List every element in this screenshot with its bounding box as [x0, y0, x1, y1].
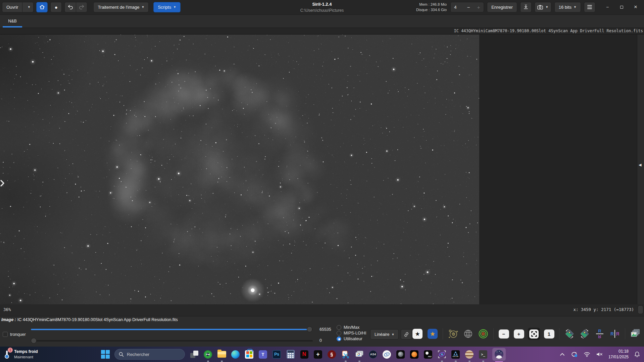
edge-icon: [231, 350, 240, 359]
search-input[interactable]: [127, 352, 177, 357]
scripts-menu-button[interactable]: Scripts ▼: [153, 2, 181, 12]
taskbar-teams[interactable]: T: [258, 350, 267, 359]
undo-button[interactable]: [64, 2, 76, 12]
taskbar-remote-screens[interactable]: [355, 350, 364, 359]
tray-date: 17/01/2025: [608, 354, 629, 360]
running-indicator: [482, 361, 484, 362]
rotate-cw-button[interactable]: [579, 328, 591, 340]
sync-icon[interactable]: [571, 351, 578, 358]
open-dropdown-button[interactable]: ▼: [22, 2, 34, 12]
home-button[interactable]: [36, 2, 48, 12]
task-view-button[interactable]: [190, 350, 199, 359]
working-directory: C:\Users\chuuu\Pictures: [300, 8, 344, 13]
taskbar-winjupos[interactable]: [465, 350, 474, 359]
image-processing-menu-button[interactable]: Traitement de l'image ▼: [93, 2, 149, 12]
slider-track: [31, 340, 313, 342]
taskbar-calculator[interactable]: [286, 350, 295, 359]
maximize-button[interactable]: [615, 2, 628, 12]
taskbar-phd2[interactable]: §: [327, 350, 336, 359]
thread-count-spinner[interactable]: 4 − +: [450, 2, 484, 12]
truncate-checkbox[interactable]: tronquer: [3, 332, 26, 337]
record-button[interactable]: ●: [50, 2, 62, 12]
running-indicator: [207, 361, 209, 362]
taskbar-sun-app[interactable]: [410, 350, 419, 359]
radio-mips[interactable]: MIPS-LO/HI: [337, 331, 366, 335]
taskbar-photoshop[interactable]: Ps: [272, 350, 281, 359]
taskbar-astro-logo[interactable]: [382, 350, 391, 359]
toolbar-separator: [493, 328, 494, 340]
radio-minmax[interactable]: Min/Max: [337, 325, 366, 330]
flip-vertical-button[interactable]: R R: [594, 328, 606, 340]
taskbar-search[interactable]: [114, 349, 185, 360]
tray-expand-icon[interactable]: [560, 353, 565, 356]
chevron-down-icon: ▼: [173, 5, 176, 9]
link-channels-button[interactable]: [401, 329, 412, 340]
panel-grip[interactable]: [638, 305, 643, 314]
spinner-increment-button[interactable]: +: [474, 4, 484, 10]
rotate-ccw-button[interactable]: [563, 328, 576, 340]
jupiter-icon: [465, 350, 474, 359]
stretch-mode-dropdown[interactable]: Linéaire ▼: [370, 329, 399, 340]
zoom-in-button[interactable]: +: [513, 328, 525, 340]
wifi-icon[interactable]: [584, 352, 590, 357]
taskbar-moon-app[interactable]: [396, 350, 405, 359]
zoom-out-button[interactable]: −: [498, 328, 510, 340]
volume-muted-icon[interactable]: [596, 352, 603, 357]
photoshop-icon: Ps: [273, 350, 281, 359]
save-as-button[interactable]: [520, 2, 532, 12]
photometry-button[interactable]: ★: [411, 328, 424, 340]
taskbar-clock[interactable]: 01:18 17/01/2025: [608, 349, 629, 360]
astro-image[interactable]: [0, 35, 479, 305]
notifications-bell-icon[interactable]: [634, 351, 640, 357]
snapshot-button[interactable]: ▼: [535, 2, 551, 12]
main-menu-button[interactable]: [584, 2, 595, 12]
star-detection-button[interactable]: ★: [427, 328, 439, 340]
taskbar-edge[interactable]: [231, 350, 240, 359]
fit-to-window-button[interactable]: [528, 328, 540, 340]
taskbar-sharpcap[interactable]: PRO: [424, 350, 433, 359]
taskbar-netflix[interactable]: N: [300, 350, 309, 359]
taskbar-fm-app[interactable]: FM: [203, 350, 212, 359]
weather-widget[interactable]: 1 Temps froid Maintenant: [0, 349, 101, 359]
taskbar-autostakkert[interactable]: AS4: [368, 350, 378, 359]
high-cutoff-slider[interactable]: [31, 326, 313, 332]
low-cutoff-slider[interactable]: [31, 338, 313, 344]
sequence-list-button[interactable]: [629, 328, 641, 340]
slider-thumb[interactable]: [307, 326, 312, 332]
taskbar-nina[interactable]: +: [313, 350, 323, 359]
taskbar-snipping-tool[interactable]: [341, 350, 350, 359]
zoom-100-button[interactable]: 1: [543, 328, 555, 340]
radio-user[interactable]: Utilisateur: [337, 337, 366, 341]
taskbar-file-explorer[interactable]: [217, 350, 226, 359]
as4-icon: AS4: [369, 350, 377, 359]
taskbar-galaxy-capture[interactable]: [437, 350, 446, 359]
target-search-button[interactable]: [477, 328, 489, 340]
start-button[interactable]: [101, 350, 110, 359]
flip-horizontal-button[interactable]: R R: [609, 328, 621, 340]
display-mode-radios: Min/Max MIPS-LO/HI Utilisateur: [337, 325, 366, 341]
status-bar: 36% x: 3459 y: 2171 (=18773): [0, 304, 644, 316]
bit-depth-dropdown[interactable]: 16 bits ▼: [554, 2, 581, 12]
redo-icon: [79, 5, 85, 9]
link-icon: [404, 332, 409, 337]
close-button[interactable]: ×: [629, 2, 642, 12]
window-title: Siril-1.2.4: [300, 1, 344, 8]
taskbar-siril-active[interactable]: [492, 348, 506, 361]
tab-monochrome[interactable]: N&B: [3, 15, 22, 28]
left-panel-expander[interactable]: [0, 179, 5, 188]
collapse-left-icon[interactable]: ◀: [639, 163, 641, 167]
redo-button[interactable]: [76, 2, 87, 12]
taskbar-terminal[interactable]: >_: [479, 350, 488, 359]
astrometry-button[interactable]: [447, 328, 459, 340]
minimize-button[interactable]: −: [601, 2, 614, 12]
snipping-tool-icon: [341, 350, 350, 359]
save-button[interactable]: Enregistrer: [487, 2, 517, 12]
taskbar-ms-store[interactable]: [245, 350, 254, 359]
taskbar-ascom[interactable]: ASCOM: [451, 350, 460, 359]
annotations-button[interactable]: [462, 328, 474, 340]
spinner-decrement-button[interactable]: −: [463, 4, 474, 10]
slider-thumb[interactable]: [31, 338, 37, 344]
open-button[interactable]: Ouvrir: [2, 2, 22, 12]
checkbox-icon: [3, 332, 8, 337]
chevron-down-icon: ▼: [574, 5, 577, 9]
